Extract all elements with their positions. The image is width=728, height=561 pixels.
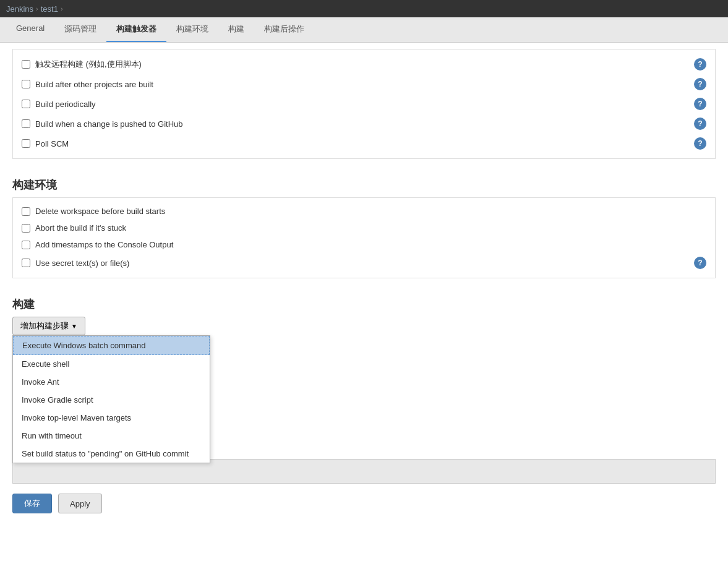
env4-help-icon[interactable]: ? [694,257,706,269]
dropdown-item-5[interactable]: Invoke top-level Maven targets [13,409,210,427]
trigger5-help-icon[interactable]: ? [694,137,706,150]
dropdown-arrow-icon: ▼ [71,323,77,330]
trigger3-checkbox[interactable] [22,100,30,108]
top-nav: Jenkins › test1 › [0,0,728,17]
trigger2-checkbox[interactable] [22,80,30,88]
tab-bar: General 源码管理 构建触发器 构建环境 构建 构建后操作 [0,17,728,43]
trigger5-label: Poll SCM [35,139,694,148]
trigger3-label: Build periodically [35,100,694,109]
trigger-item-1: 触发远程构建 (例如,使用脚本) ? [19,54,709,74]
env3-label: Add timestamps to the Console Output [35,240,706,249]
dropdown-item-7[interactable]: Set build status to "pending" on GitHub … [13,445,210,463]
trigger4-label: Build when a change is pushed to GitHub [35,119,694,129]
env-item-2: Abort the build if it's stuck [19,220,709,236]
trigger2-help-icon[interactable]: ? [694,78,706,90]
dropdown-item-1[interactable]: Execute Windows batch command [13,336,210,355]
build-env-section: Delete workspace before build starts Abo… [12,197,716,278]
tab-post[interactable]: 构建后操作 [254,17,314,42]
trigger-item-5: Poll SCM ? [19,134,709,153]
trigger5-checkbox[interactable] [22,139,30,148]
build-section-heading: 构建 [12,291,716,317]
tab-triggers[interactable]: 构建触发器 [106,17,166,42]
dropdown-item-4[interactable]: Invoke Gradle script [13,391,210,409]
dropdown-item-2[interactable]: Execute shell [13,355,210,373]
tab-build[interactable]: 构建 [218,17,254,42]
apply-button[interactable]: Apply [58,494,102,513]
add-step-dropdown: Execute Windows batch command Execute sh… [12,335,210,463]
build-env-heading: 构建环境 [12,171,716,197]
trigger1-label: 触发远程构建 (例如,使用脚本) [35,59,694,70]
add-step-label: 增加构建步骤 [20,320,69,332]
trigger1-help-icon[interactable]: ? [694,58,706,71]
nav-chevron1: › [36,5,38,12]
trigger4-help-icon[interactable]: ? [694,118,706,130]
trigger-item-4: Build when a change is pushed to GitHub … [19,114,709,134]
env3-checkbox[interactable] [22,241,30,249]
env1-label: Delete workspace before build starts [35,207,706,216]
trigger2-label: Build after other projects are built [35,80,694,89]
content-area: 触发远程构建 (例如,使用脚本) ? Build after other pro… [0,43,728,561]
save-button[interactable]: 保存 [12,494,52,513]
env-item-4: Use secret text(s) or file(s) ? [19,253,709,273]
env1-checkbox[interactable] [22,207,30,216]
build-env-list: Delete workspace before build starts Abo… [13,198,715,278]
main-content: General 源码管理 构建触发器 构建环境 构建 构建后操作 触发远程构建 … [0,17,728,561]
nav-chevron2: › [61,5,63,12]
trigger-list: 触发远程构建 (例如,使用脚本) ? Build after other pro… [13,49,715,158]
trigger-item-3: Build periodically ? [19,94,709,114]
env-item-3: Add timestamps to the Console Output [19,236,709,253]
env2-checkbox[interactable] [22,224,30,233]
tab-general[interactable]: General [6,17,54,42]
bottom-buttons: 保存 Apply [12,494,716,513]
dropdown-item-3[interactable]: Invoke Ant [13,373,210,391]
trigger-item-2: Build after other projects are built ? [19,74,709,94]
env2-label: Abort the build if it's stuck [35,223,706,233]
env4-checkbox[interactable] [22,259,30,267]
triggers-section: 触发远程构建 (例如,使用脚本) ? Build after other pro… [12,49,716,159]
nav-project[interactable]: test1 [41,4,58,14]
add-step-container: 增加构建步骤 ▼ Execute Windows batch command E… [12,317,85,335]
tab-source[interactable]: 源码管理 [54,17,106,42]
nav-jenkins[interactable]: Jenkins [6,4,33,14]
trigger1-checkbox[interactable] [22,60,30,69]
env4-label: Use secret text(s) or file(s) [35,259,694,268]
bottom-area: 保存 Apply [12,459,716,513]
tab-env[interactable]: 构建环境 [166,17,218,42]
add-step-button[interactable]: 增加构建步骤 ▼ [12,317,85,335]
trigger4-checkbox[interactable] [22,119,30,128]
trigger3-help-icon[interactable]: ? [694,98,706,110]
env-item-1: Delete workspace before build starts [19,203,709,220]
dropdown-item-6[interactable]: Run with timeout [13,427,210,445]
